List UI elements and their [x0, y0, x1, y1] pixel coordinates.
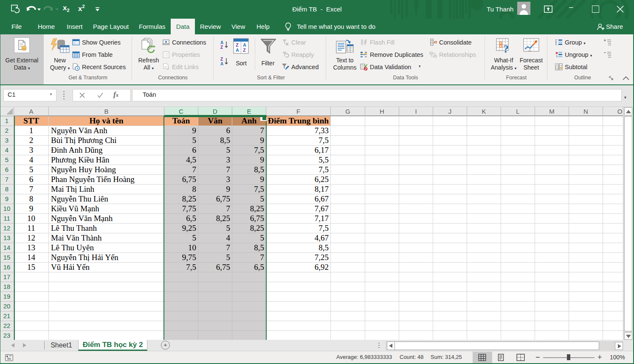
svg-text:A: A: [220, 40, 223, 45]
svg-text:Z: Z: [243, 48, 246, 53]
svg-text:Z: Z: [220, 45, 223, 50]
svg-text:A: A: [220, 62, 223, 66]
svg-text:A: A: [236, 48, 239, 53]
svg-text:Z: Z: [220, 57, 223, 62]
svg-text:A: A: [243, 42, 246, 48]
svg-text:?: ?: [503, 43, 509, 54]
svg-text:Z: Z: [236, 42, 239, 48]
